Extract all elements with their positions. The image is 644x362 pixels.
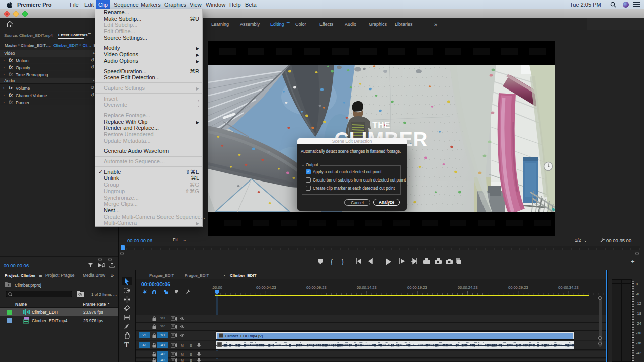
svg-text:{: { [331,258,333,265]
svg-text:T: T [124,341,129,348]
svg-text:M: M [181,353,184,356]
svg-text:S: S [190,344,192,347]
svg-text:}: } [342,258,344,265]
svg-text:M: M [181,344,184,347]
svg-text:S: S [190,353,192,356]
svg-text:S: S [190,359,192,362]
svg-text:M: M [181,359,184,362]
